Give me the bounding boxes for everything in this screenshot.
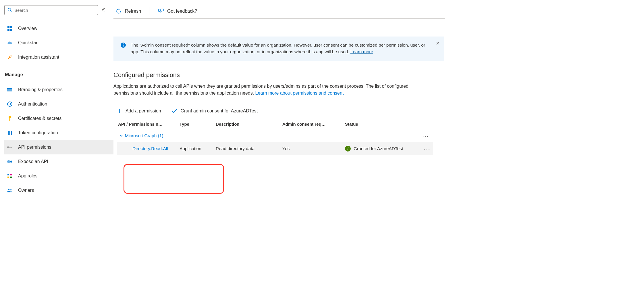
collapse-sidebar-button[interactable] [101, 7, 105, 13]
overview-icon [7, 25, 13, 32]
nav-api-permissions[interactable]: API permissions [4, 140, 113, 154]
app-roles-icon [7, 173, 13, 179]
add-permission-button[interactable]: Add a permission [117, 108, 161, 114]
th-status[interactable]: Status [345, 122, 421, 127]
th-more [421, 122, 433, 127]
svg-point-24 [8, 189, 9, 190]
permissions-table: API / Permissions n… Type Description Ad… [117, 119, 433, 155]
nav-label: App roles [18, 173, 38, 179]
svg-rect-15 [11, 131, 12, 135]
nav-manage: Branding & properties Authentication Cer… [4, 83, 113, 198]
owners-icon [7, 187, 13, 194]
grant-consent-button[interactable]: Grant admin consent for AzureADTest [171, 108, 258, 114]
feedback-icon [157, 8, 164, 14]
api-group-more-button[interactable]: ··· [422, 133, 429, 139]
svg-point-10 [9, 116, 11, 118]
nav-quickstart[interactable]: Quickstart [4, 36, 113, 50]
nav-certificates[interactable]: Certificates & secrets [4, 111, 113, 126]
search-input[interactable] [14, 8, 95, 13]
svg-point-19 [10, 161, 12, 163]
nav-label: Owners [18, 188, 34, 193]
search-box[interactable] [4, 5, 98, 15]
svg-rect-29 [123, 45, 124, 47]
svg-rect-3 [10, 26, 12, 28]
permission-description: Read directory data [216, 146, 282, 151]
nav-label: API permissions [18, 145, 51, 150]
refresh-button[interactable]: Refresh [116, 8, 141, 14]
authentication-icon [7, 101, 13, 107]
top-toolbar: Refresh Got feedback? [113, 5, 445, 17]
info-banner: The "Admin consent required" column show… [113, 37, 444, 61]
main-content: Refresh Got feedback? The "Admin consent… [113, 0, 445, 201]
nav-token-configuration[interactable]: Token configuration [4, 126, 113, 140]
nav-overview[interactable]: Overview [4, 21, 113, 36]
toolbar-separator [149, 7, 149, 15]
svg-rect-8 [7, 88, 12, 89]
configured-permissions-title: Configured permissions [113, 71, 445, 79]
th-admin-consent[interactable]: Admin consent req… [282, 122, 345, 127]
svg-rect-13 [8, 131, 9, 135]
grant-consent-label: Grant admin consent for AzureADTest [181, 108, 258, 114]
permission-more-button[interactable]: ··· [421, 146, 433, 152]
info-icon [120, 42, 126, 50]
nav-label: Authentication [18, 102, 47, 107]
svg-rect-21 [10, 174, 12, 175]
nav-expose-api[interactable]: Expose an API [4, 154, 113, 169]
nav-label: Branding & properties [18, 87, 63, 92]
svg-rect-22 [7, 177, 9, 178]
status-granted-icon: ✓ [345, 146, 351, 152]
nav-label: Quickstart [18, 40, 39, 45]
branding-icon [7, 87, 13, 93]
svg-rect-14 [9, 131, 10, 135]
chevron-down-icon [119, 134, 123, 138]
expose-api-icon [7, 158, 13, 165]
sidebar: Overview Quickstart Integration assistan… [0, 0, 113, 201]
status-text: Granted for AzureADTest [354, 146, 403, 151]
token-icon [7, 130, 13, 136]
check-icon [171, 109, 177, 113]
manage-header: Manage [5, 72, 113, 78]
nav-app-roles[interactable]: App roles [4, 169, 113, 183]
feedback-button[interactable]: Got feedback? [157, 8, 197, 14]
permission-name-link[interactable]: Directory.Read.All [118, 146, 180, 151]
refresh-label: Refresh [125, 9, 141, 14]
quickstart-icon [7, 40, 13, 46]
refresh-icon [116, 8, 122, 14]
permission-row: Directory.Read.All Application Read dire… [117, 142, 433, 155]
svg-rect-4 [7, 29, 9, 31]
th-type[interactable]: Type [180, 122, 216, 127]
nav-branding[interactable]: Branding & properties [4, 83, 113, 97]
banner-learn-more-link[interactable]: Learn more [350, 49, 373, 54]
api-group-name: Microsoft Graph (1) [125, 133, 163, 138]
nav-owners[interactable]: Owners [4, 183, 113, 198]
nav-label: Token configuration [18, 130, 58, 135]
api-group-toggle[interactable]: Microsoft Graph (1) [119, 133, 163, 138]
nav-integration-assistant[interactable]: Integration assistant [4, 50, 113, 64]
svg-point-0 [8, 8, 11, 11]
nav-label: Certificates & secrets [18, 116, 61, 121]
nav-top: Overview Quickstart Integration assistan… [4, 21, 113, 64]
table-header-row: API / Permissions n… Type Description Ad… [117, 119, 433, 129]
svg-rect-27 [161, 9, 163, 11]
plus-icon [117, 108, 122, 114]
th-api[interactable]: API / Permissions n… [118, 122, 180, 127]
svg-point-26 [159, 9, 161, 11]
close-banner-button[interactable]: ✕ [436, 40, 439, 47]
permission-type: Application [180, 146, 216, 151]
nav-label: Integration assistant [18, 55, 59, 60]
permissions-toolbar: Add a permission Grant admin consent for… [117, 108, 445, 114]
permission-status: ✓ Granted for AzureADTest [345, 146, 421, 152]
permissions-learn-more-link[interactable]: Learn more about permissions and consent [255, 91, 344, 95]
svg-point-18 [7, 160, 10, 163]
nav-authentication[interactable]: Authentication [4, 97, 113, 111]
key-icon [7, 115, 13, 122]
feedback-label: Got feedback? [167, 9, 197, 14]
configured-permissions-desc: Applications are authorized to call APIs… [113, 83, 424, 97]
nav-label: Overview [18, 26, 37, 31]
svg-point-25 [10, 189, 12, 191]
rocket-icon [7, 54, 13, 60]
th-description[interactable]: Description [216, 122, 282, 127]
search-icon [7, 8, 12, 12]
nav-label: Expose an API [18, 159, 48, 164]
info-text: The "Admin consent required" column show… [131, 42, 430, 55]
